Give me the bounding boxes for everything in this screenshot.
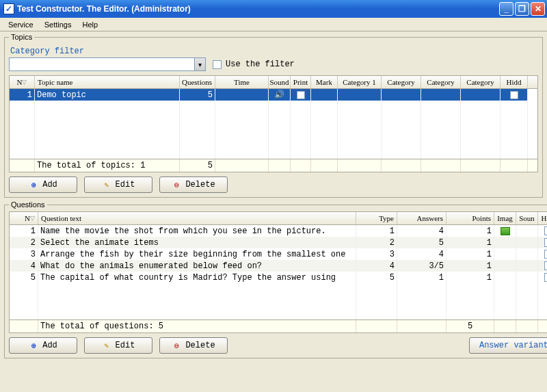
col-cat1[interactable]: Category 1	[338, 76, 382, 88]
col-questions[interactable]: Questions	[180, 76, 215, 88]
col-text[interactable]: Question text	[38, 212, 356, 224]
cell-text: Name the movie the shot from which you s…	[38, 225, 356, 237]
col-cat4[interactable]: Category	[461, 76, 501, 88]
cell-image	[494, 260, 516, 272]
cell-time	[215, 89, 269, 101]
cell-points: 1	[446, 248, 494, 260]
cell-sound	[516, 225, 538, 237]
cell-hidden	[538, 272, 547, 283]
cell-cat1	[338, 89, 382, 101]
questions-delete-button[interactable]: ⊖Delete	[159, 337, 228, 354]
cell-image	[494, 225, 516, 237]
cell-type: 4	[356, 260, 397, 272]
cell-cat3	[421, 89, 461, 101]
table-row[interactable]: 4What do the animals enumerated below fe…	[10, 260, 547, 272]
col-mark[interactable]: Mark	[311, 76, 338, 88]
topics-add-button[interactable]: ⊕Add	[9, 177, 77, 193]
col-cat3[interactable]: Category	[421, 76, 461, 88]
category-filter-combo[interactable]	[9, 57, 206, 71]
table-row[interactable]: 2Select the animate items251	[10, 237, 547, 248]
col-points[interactable]: Points	[446, 212, 494, 224]
cell-n: 4	[10, 260, 38, 272]
col-print[interactable]: Print	[291, 76, 311, 88]
col-n[interactable]: N	[10, 212, 38, 224]
questions-add-button[interactable]: ⊕Add	[9, 337, 77, 354]
cell-sound: 🔊	[269, 89, 291, 101]
answer-variants-button[interactable]: Answer variants	[469, 337, 547, 354]
col-sound[interactable]: Sound	[269, 76, 291, 88]
cell-answers: 1	[397, 272, 446, 283]
cell-image	[494, 237, 516, 248]
cell-cat4	[461, 89, 501, 101]
edit-icon: ✎	[102, 180, 111, 190]
use-filter-checkbox[interactable]: Use the filter	[213, 60, 295, 69]
cell-sound	[516, 272, 538, 283]
questions-table: N Question text Type Answers Points Imag…	[9, 211, 547, 333]
questions-footer: The total of questions: 5 5	[10, 319, 547, 332]
use-filter-label: Use the filter	[226, 60, 295, 69]
topics-total-label: The total of topics: 1	[35, 159, 180, 172]
cell-type: 5	[356, 272, 397, 283]
table-row[interactable]: 5The capital of what country is Madrid? …	[10, 272, 547, 283]
questions-legend: Questions	[9, 200, 47, 209]
cell-mark	[311, 89, 338, 101]
col-sound[interactable]: Soun	[516, 212, 538, 224]
questions-body: 1Name the movie the shot from which you …	[10, 225, 547, 319]
col-n[interactable]: N	[10, 76, 35, 88]
close-button[interactable]: ✕	[531, 2, 545, 16]
minimize-button[interactable]: _	[499, 2, 513, 16]
cell-answers: 3/5	[397, 260, 446, 272]
cell-hidden	[538, 260, 547, 272]
menu-service[interactable]: Service	[3, 19, 39, 30]
questions-header: N Question text Type Answers Points Imag…	[10, 212, 547, 225]
table-row[interactable]: 3Arrange the fish by their size beginnin…	[10, 248, 547, 260]
menu-settings[interactable]: Settings	[39, 19, 77, 30]
cell-n: 2	[10, 237, 38, 248]
cell-name: Demo topic	[35, 89, 180, 101]
edit-icon: ✎	[102, 341, 111, 350]
cell-questions: 5	[180, 89, 215, 101]
cell-hidden	[538, 248, 547, 260]
cell-answers: 4	[397, 225, 446, 237]
cell-image	[494, 248, 516, 260]
cell-hidden	[501, 89, 528, 101]
cell-answers: 5	[397, 237, 446, 248]
cell-points: 1	[446, 260, 494, 272]
cell-points: 1	[446, 272, 494, 283]
topics-header: N Topic name Questions Time Sound Print …	[10, 76, 537, 89]
col-image[interactable]: Imag	[494, 212, 516, 224]
cell-points: 1	[446, 237, 494, 248]
chevron-down-icon[interactable]	[194, 58, 205, 70]
col-answers[interactable]: Answers	[397, 212, 446, 224]
cell-cat2	[382, 89, 421, 101]
cell-n: 1	[10, 89, 35, 101]
checkbox-icon	[213, 60, 222, 69]
category-filter-label: Category filter	[10, 47, 538, 56]
col-cat2[interactable]: Category	[382, 76, 421, 88]
col-hidden[interactable]: Hidd	[538, 212, 547, 224]
questions-total-label: The total of questions: 5	[38, 320, 356, 332]
questions-total-points: 5	[446, 320, 494, 332]
col-time[interactable]: Time	[215, 76, 269, 88]
menu-help[interactable]: Help	[77, 19, 103, 30]
cell-text: Select the animate items	[38, 237, 356, 248]
delete-icon: ⊖	[172, 341, 181, 350]
cell-points: 1	[446, 225, 494, 237]
col-name[interactable]: Topic name	[35, 76, 180, 88]
topics-footer: The total of topics: 1 5	[10, 159, 537, 172]
cell-n: 3	[10, 248, 38, 260]
cell-print	[291, 89, 311, 101]
table-row[interactable]: 1Name the movie the shot from which you …	[10, 225, 547, 237]
col-type[interactable]: Type	[356, 212, 397, 224]
table-row[interactable]: 1 Demo topic 5 🔊	[10, 89, 537, 101]
topics-edit-button[interactable]: ✎Edit	[84, 177, 152, 193]
cell-type: 1	[356, 225, 397, 237]
topics-legend: Topics	[9, 33, 34, 41]
col-hidden[interactable]: Hidd	[501, 76, 528, 88]
cell-text: The capital of what country is Madrid? T…	[38, 272, 356, 283]
maximize-button[interactable]: ❐	[515, 2, 529, 16]
questions-edit-button[interactable]: ✎Edit	[84, 337, 152, 354]
topics-delete-button[interactable]: ⊖Delete	[159, 177, 228, 193]
cell-type: 3	[356, 248, 397, 260]
topics-group: Topics Category filter Use the filter N …	[4, 33, 543, 198]
